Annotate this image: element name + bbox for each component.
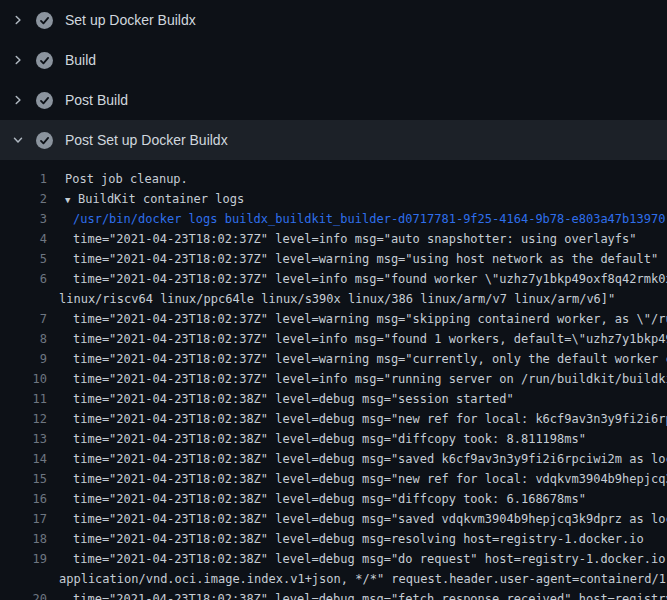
log-line-number[interactable]: 19 [0,549,47,569]
log-line-number[interactable]: 9 [0,349,47,369]
log-line-number[interactable]: 7 [0,309,47,329]
log-line: 11time="2021-04-23T18:02:38Z" level=debu… [0,389,667,409]
log-line: 16time="2021-04-23T18:02:38Z" level=debu… [0,489,667,509]
log-line: 2▼BuildKit container logs [0,189,667,209]
step-row-post-set-up-docker-buildx[interactable]: Post Set up Docker Buildx [0,120,667,160]
log-line-number[interactable]: 12 [0,409,47,429]
log-line: 8time="2021-04-23T18:02:37Z" level=info … [0,329,667,349]
log-line-number-spacer [0,289,47,309]
chevron-right-icon [10,52,26,68]
step-label: Set up Docker Buildx [65,12,196,28]
log-line-text: linux/riscv64 linux/ppc64le linux/s390x … [59,289,615,309]
log-line-number[interactable]: 17 [0,509,47,529]
log-line-text: application/vnd.oci.image.index.v1+json,… [59,569,667,589]
step-row-build[interactable]: Build [0,40,667,80]
log-line-number[interactable]: 3 [0,209,47,229]
log-line-text: time="2021-04-23T18:02:37Z" level=info m… [59,369,667,389]
chevron-down-icon [10,132,26,148]
log-line-continuation: application/vnd.oci.image.index.v1+json,… [0,569,667,589]
log-line-number[interactable]: 15 [0,469,47,489]
log-line: 1Post job cleanup. [0,169,667,189]
log-line-number[interactable]: 20 [0,589,47,600]
log-line-number[interactable]: 4 [0,229,47,249]
log-line-number[interactable]: 2 [0,189,47,209]
log-line: 14time="2021-04-23T18:02:38Z" level=debu… [0,449,667,469]
log-line-text: time="2021-04-23T18:02:38Z" level=debug … [59,489,586,509]
log-line: 15time="2021-04-23T18:02:38Z" level=debu… [0,469,667,489]
log-line-number[interactable]: 8 [0,329,47,349]
log-line-number-spacer [0,569,47,589]
log-line-text: ▼BuildKit container logs [59,189,244,209]
log-line: 12time="2021-04-23T18:02:38Z" level=debu… [0,409,667,429]
log-line: 13time="2021-04-23T18:02:38Z" level=debu… [0,429,667,449]
log-line-text: time="2021-04-23T18:02:38Z" level=debug … [59,449,667,469]
log-line-text: time="2021-04-23T18:02:38Z" level=debug … [59,509,667,529]
log-line: 3/usr/bin/docker logs buildx_buildkit_bu… [0,209,667,229]
log-line-text: time="2021-04-23T18:02:38Z" level=debug … [59,589,667,600]
log-line: 5time="2021-04-23T18:02:37Z" level=warni… [0,249,667,269]
log-line-text: time="2021-04-23T18:02:37Z" level=info m… [59,269,667,289]
log-line-number[interactable]: 13 [0,429,47,449]
log-line-text: time="2021-04-23T18:02:37Z" level=warnin… [59,249,658,269]
step-row-set-up-docker-buildx[interactable]: Set up Docker Buildx [0,0,667,40]
log-line: 10time="2021-04-23T18:02:37Z" level=info… [0,369,667,389]
log-line-number[interactable]: 10 [0,369,47,389]
check-circle-icon [36,52,53,69]
job-steps-list: Set up Docker Buildx Build Post Build Po… [0,0,667,160]
log-line: 9time="2021-04-23T18:02:37Z" level=warni… [0,349,667,369]
log-line-text: time="2021-04-23T18:02:38Z" level=debug … [59,529,644,549]
log-line: 4time="2021-04-23T18:02:37Z" level=info … [0,229,667,249]
log-line: 19time="2021-04-23T18:02:38Z" level=debu… [0,549,667,569]
log-line-continuation: linux/riscv64 linux/ppc64le linux/s390x … [0,289,667,309]
log-line: 17time="2021-04-23T18:02:38Z" level=debu… [0,509,667,529]
actions-log-viewer: { "theme": { "bg": "#0d1117", "band": "#… [0,0,667,600]
log-line-text: time="2021-04-23T18:02:38Z" level=debug … [59,409,667,429]
log-line-text: time="2021-04-23T18:02:38Z" level=debug … [59,389,514,409]
check-circle-icon [36,12,53,29]
log-line: 18time="2021-04-23T18:02:38Z" level=debu… [0,529,667,549]
log-line-text: time="2021-04-23T18:02:37Z" level=warnin… [59,309,667,329]
log-line-text: Post job cleanup. [59,169,188,189]
log-line-text: /usr/bin/docker logs buildx_buildkit_bui… [59,209,665,229]
chevron-right-icon [10,92,26,108]
chevron-right-icon [10,12,26,28]
log-line: 20time="2021-04-23T18:02:38Z" level=debu… [0,589,667,600]
log-line-number[interactable]: 14 [0,449,47,469]
log-line-text: time="2021-04-23T18:02:37Z" level=warnin… [59,349,667,369]
step-label: Post Set up Docker Buildx [65,132,228,148]
log-line-text: time="2021-04-23T18:02:37Z" level=info m… [59,229,637,249]
log-line-number[interactable]: 18 [0,529,47,549]
log-line-number[interactable]: 16 [0,489,47,509]
log-area: 1Post job cleanup.2▼BuildKit container l… [0,160,667,600]
step-label: Post Build [65,92,128,108]
log-line-text: time="2021-04-23T18:02:38Z" level=debug … [59,469,667,489]
log-line: 6time="2021-04-23T18:02:37Z" level=info … [0,269,667,289]
log-line-number[interactable]: 1 [0,169,47,189]
log-line-number[interactable]: 6 [0,269,47,289]
log-line: 7time="2021-04-23T18:02:37Z" level=warni… [0,309,667,329]
check-circle-icon [36,132,53,149]
log-line-text: time="2021-04-23T18:02:38Z" level=debug … [59,549,667,569]
log-line-number[interactable]: 11 [0,389,47,409]
log-line-text: time="2021-04-23T18:02:38Z" level=debug … [59,429,586,449]
log-line-text: time="2021-04-23T18:02:37Z" level=info m… [59,329,667,349]
step-row-post-build[interactable]: Post Build [0,80,667,120]
log-line-number[interactable]: 5 [0,249,47,269]
step-label: Build [65,52,96,68]
log-group-toggle-icon[interactable]: ▼ [65,190,74,209]
check-circle-icon [36,92,53,109]
